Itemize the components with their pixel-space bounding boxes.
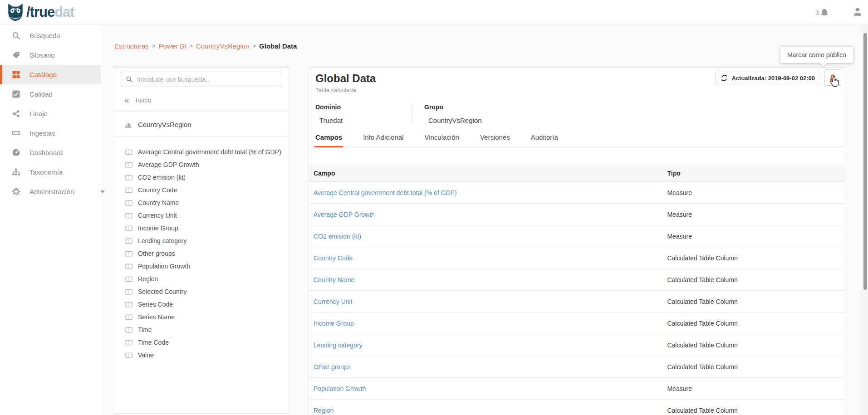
- tree-field-item[interactable]: Average GDP Growth: [114, 158, 289, 171]
- table-icon: [125, 250, 132, 257]
- divider: [114, 137, 289, 137]
- bell-icon: [820, 8, 829, 17]
- tree-field-label: Other groups: [138, 250, 175, 257]
- sidebar-item-taxonomia[interactable]: Taxonomía: [0, 162, 101, 182]
- tree-field-item[interactable]: Country Code: [114, 184, 289, 196]
- tree-search-input[interactable]: [137, 76, 277, 83]
- updated-button[interactable]: Actualizada: 2019-09-02 02:00: [715, 72, 820, 84]
- field-link[interactable]: Currency Unit: [314, 298, 353, 305]
- table-icon: [125, 200, 132, 206]
- sidebar-item-calidad[interactable]: Calidad: [0, 84, 101, 104]
- structure-tree-panel: « Inicio CountryVsRegion Average Central…: [114, 67, 289, 414]
- field-link[interactable]: Other groups: [314, 363, 351, 371]
- tree-back-home[interactable]: « Inicio: [114, 93, 289, 107]
- field-link[interactable]: Average Central government debt total (%…: [314, 189, 457, 196]
- grid-icon: [12, 70, 20, 79]
- table-icon: [125, 174, 132, 181]
- tooltip-marcar-como-publico: Marcar como público: [780, 47, 853, 63]
- scrollbar-thumb[interactable]: [863, 33, 867, 290]
- tree-field-item[interactable]: Income Group: [114, 222, 289, 234]
- app-header: /truedat 3: [0, 0, 868, 25]
- refresh-icon: [721, 74, 728, 82]
- user-icon: [853, 7, 863, 17]
- sidebar-item-linaje[interactable]: Linaje: [0, 104, 101, 123]
- table-icon: [125, 314, 132, 321]
- tree-field-item[interactable]: Average Central government debt total (%…: [114, 146, 289, 158]
- tab[interactable]: Campos: [314, 133, 343, 147]
- field-link[interactable]: Income Group: [314, 320, 354, 327]
- table-icon: [125, 161, 132, 168]
- tree-field-item[interactable]: Series Name: [114, 311, 289, 323]
- sidebar-item-busqueda[interactable]: Búsqueda: [0, 26, 101, 45]
- sidebar-item-ingestas[interactable]: Ingestas: [0, 123, 101, 143]
- page-subtitle: Tabla calculada: [315, 87, 838, 93]
- field-type: Calculated Table Column: [662, 247, 845, 269]
- tree-field-label: Average GDP Growth: [138, 161, 199, 168]
- table-icon: [125, 339, 132, 346]
- tree-field-list: Average Central government debt total (%…: [114, 142, 289, 361]
- tab[interactable]: Info Adicional: [362, 133, 404, 147]
- tree-field-item[interactable]: Population Growth: [114, 260, 289, 273]
- table-icon: [125, 187, 132, 194]
- tree-root-countryvsregion[interactable]: CountryVsRegion: [114, 117, 289, 132]
- field-link[interactable]: Lending category: [314, 342, 362, 349]
- double-chevron-left-icon: «: [124, 96, 129, 104]
- breadcrumb-separator: >: [152, 43, 156, 49]
- sidebar-item-administracion[interactable]: Administración: [0, 182, 101, 201]
- tree-field-item[interactable]: Time Code: [114, 336, 289, 349]
- tree-field-item[interactable]: Value: [114, 349, 289, 361]
- dominio-value: Truedat: [315, 117, 394, 124]
- tree-field-item[interactable]: Country Name: [114, 196, 289, 209]
- structure-detail-card: Marcar como público Global Data Tabla ca…: [309, 67, 845, 415]
- table-icon: [125, 276, 132, 283]
- breadcrumb-link-powerbi[interactable]: Power BI: [158, 42, 186, 50]
- table-row: Average GDP Growth Measure: [309, 204, 845, 225]
- tree-field-item[interactable]: Region: [114, 273, 289, 285]
- field-link[interactable]: Region: [314, 407, 333, 414]
- notifications-button[interactable]: 3: [815, 8, 829, 17]
- tree-field-item[interactable]: Selected Country: [114, 285, 289, 298]
- sidebar-item-dashboard[interactable]: Dashboard: [0, 143, 101, 162]
- sidebar-item-glosario[interactable]: Glosario: [0, 45, 101, 65]
- chevron-down-icon: [100, 190, 105, 193]
- field-type: Calculated Table Column: [662, 334, 845, 356]
- breadcrumb-link-countryvsregion[interactable]: CountryVsRegion: [196, 42, 250, 50]
- tree-field-label: Lending category: [138, 237, 186, 244]
- tab[interactable]: Versiones: [479, 133, 511, 147]
- tree-field-item[interactable]: Series Code: [114, 298, 289, 311]
- tab[interactable]: Vinculación: [423, 133, 460, 147]
- tree-field-item[interactable]: Time: [114, 323, 289, 336]
- tab[interactable]: Auditoría: [530, 133, 559, 147]
- field-link[interactable]: Average GDP Growth: [314, 211, 375, 218]
- field-link[interactable]: CO2 emision (kt): [314, 233, 361, 240]
- field-type: Calculated Table Column: [662, 356, 845, 378]
- field-type: Measure: [662, 378, 845, 400]
- grupo-value: CountryVsRegion: [424, 117, 482, 124]
- field-link[interactable]: Population Growth: [314, 385, 366, 392]
- field-link[interactable]: Country Code: [314, 254, 353, 262]
- breadcrumb-link-estructuras[interactable]: Estructuras: [114, 42, 149, 50]
- truedat-logo[interactable]: /truedat: [6, 3, 74, 22]
- table-icon: [125, 149, 132, 156]
- table-row: Population Growth Measure: [309, 378, 845, 400]
- table-row: Income Group Calculated Table Column: [309, 312, 845, 334]
- table-row: Lending category Calculated Table Column: [309, 334, 845, 356]
- tree-field-item[interactable]: Currency Unit: [114, 209, 289, 222]
- field-type: Measure: [662, 225, 845, 247]
- column-header-tipo: Tipo: [662, 165, 845, 182]
- tree-field-label: Income Group: [138, 225, 178, 232]
- tree-field-item[interactable]: Lending category: [114, 234, 289, 247]
- user-menu-button[interactable]: [853, 7, 863, 19]
- mark-public-button[interactable]: [824, 69, 841, 86]
- table-icon: [125, 352, 132, 359]
- field-link[interactable]: Country Name: [314, 276, 354, 283]
- tree-search-box[interactable]: [121, 72, 282, 87]
- tree-field-item[interactable]: Other groups: [114, 247, 289, 260]
- fields-table: Campo Tipo Average Central government de…: [309, 165, 845, 415]
- tree-field-label: Region: [138, 275, 158, 283]
- sitemap-icon: [12, 168, 20, 176]
- sidebar-item-catalogo[interactable]: Catálogo: [0, 65, 101, 84]
- tree-field-item[interactable]: CO2 emision (kt): [114, 171, 289, 184]
- tree-field-label: Selected Country: [138, 288, 186, 295]
- field-type: Calculated Table Column: [662, 269, 845, 291]
